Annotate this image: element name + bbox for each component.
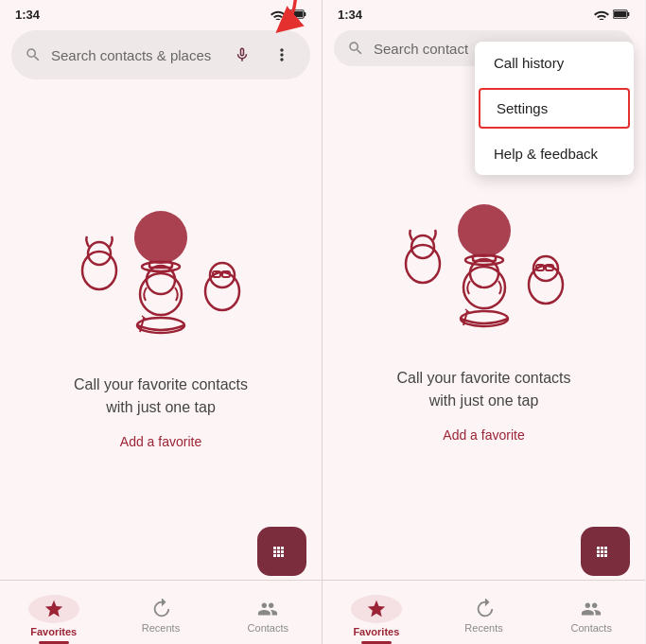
right-bottom-nav: Favorites Recents Contacts xyxy=(323,580,645,644)
svg-point-4 xyxy=(134,211,187,264)
right-time: 1:34 xyxy=(338,8,362,22)
right-illustration xyxy=(390,174,579,344)
left-call-text: Call your favorite contacts with just on… xyxy=(74,374,248,419)
left-status-bar: 1:34 xyxy=(0,0,322,26)
left-nav-contacts-label: Contacts xyxy=(248,622,288,634)
svg-rect-2 xyxy=(290,11,303,17)
left-status-icons xyxy=(271,9,306,20)
right-nav-favorites-label: Favorites xyxy=(353,626,399,637)
left-nav-recents[interactable]: Recents xyxy=(107,581,214,644)
right-nav-contacts[interactable]: Contacts xyxy=(537,581,645,644)
left-search-text: Search contacts & places xyxy=(51,47,218,63)
left-nav-favorites-label: Favorites xyxy=(30,626,77,637)
right-nav-contacts-label: Contacts xyxy=(570,622,611,634)
svg-point-20 xyxy=(458,204,511,257)
left-phone-panel: 1:34 Search contacts & places xyxy=(0,0,323,644)
help-feedback-menu-item[interactable]: Help & feedback xyxy=(475,132,634,175)
call-history-menu-item[interactable]: Call history xyxy=(475,42,634,84)
right-wifi-icon xyxy=(594,9,609,20)
svg-rect-19 xyxy=(614,11,626,17)
right-dialpad-fab[interactable] xyxy=(581,527,630,576)
left-nav-recents-label: Recents xyxy=(142,622,180,634)
right-nav-recents[interactable]: Recents xyxy=(430,581,538,644)
left-add-favorite-button[interactable]: Add a favorite xyxy=(120,434,201,449)
left-main-content: Call your favorite contacts with just on… xyxy=(0,87,322,580)
svg-point-31 xyxy=(529,266,563,304)
search-icon xyxy=(25,46,42,63)
svg-rect-1 xyxy=(304,12,306,16)
left-bottom-nav: Favorites Recents Contacts xyxy=(0,580,322,644)
right-search-icon xyxy=(347,40,364,57)
right-call-text: Call your favorite contacts with just on… xyxy=(396,367,570,412)
left-dialpad-fab[interactable] xyxy=(257,527,306,576)
left-more-button[interactable] xyxy=(267,40,297,70)
right-add-favorite-button[interactable]: Add a favorite xyxy=(443,427,524,443)
left-mic-button[interactable] xyxy=(227,40,257,70)
left-illustration xyxy=(66,181,255,351)
right-nav-favorites[interactable]: Favorites xyxy=(323,581,430,644)
battery-icon xyxy=(289,9,306,20)
right-status-icons xyxy=(594,9,630,20)
left-time: 1:34 xyxy=(15,8,40,22)
left-nav-contacts[interactable]: Contacts xyxy=(215,581,322,644)
settings-menu-item[interactable]: Settings xyxy=(479,88,630,129)
svg-rect-18 xyxy=(627,12,629,16)
svg-point-15 xyxy=(205,272,239,310)
right-phone-panel: 1:34 Search contact Call history Setting… xyxy=(323,0,645,644)
right-dropdown-menu: Call history Settings Help & feedback xyxy=(475,42,634,175)
right-nav-recents-label: Recents xyxy=(464,622,502,634)
left-nav-favorites[interactable]: Favorites xyxy=(0,581,107,644)
right-battery-icon xyxy=(613,9,630,20)
left-search-bar[interactable]: Search contacts & places xyxy=(11,30,310,79)
wifi-icon xyxy=(271,9,286,20)
right-status-bar: 1:34 xyxy=(323,0,645,26)
